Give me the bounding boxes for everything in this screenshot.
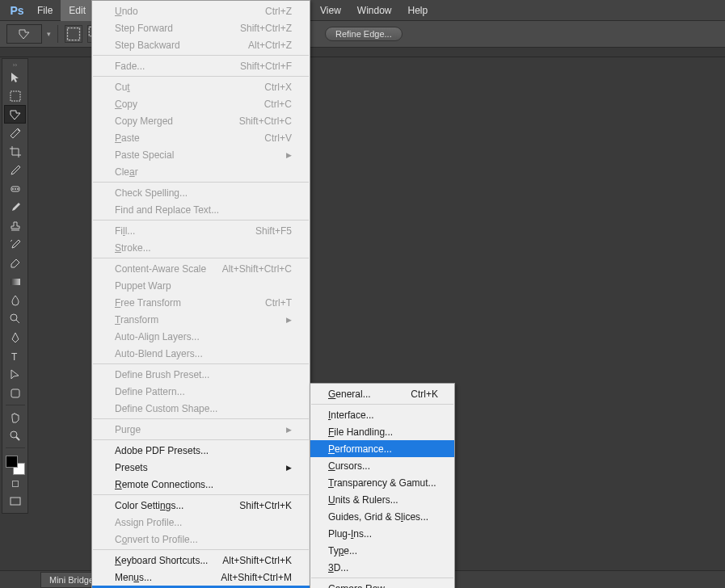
- heal-tool[interactable]: [4, 179, 26, 198]
- edit-menu-item: Define Brush Preset...: [92, 366, 310, 383]
- menu-edit[interactable]: Edit: [61, 0, 94, 21]
- edit-menu-item[interactable]: Remote Connections...: [92, 476, 310, 493]
- preferences-item[interactable]: General...Ctrl+K: [310, 385, 454, 402]
- edit-menu-dropdown: UndoCtrl+ZStep ForwardShift+Ctrl+ZStep B…: [91, 0, 310, 588]
- preferences-item[interactable]: File Handling...: [310, 423, 454, 440]
- edit-menu-item: Define Custom Shape...: [92, 400, 310, 417]
- svg-rect-0: [68, 28, 80, 40]
- svg-point-6: [12, 188, 14, 190]
- type-tool[interactable]: T: [4, 346, 26, 365]
- edit-menu-item: Copy MergedShift+Ctrl+C: [92, 112, 310, 129]
- svg-point-4: [18, 129, 19, 131]
- preferences-item[interactable]: Type...: [310, 542, 454, 559]
- tools-panel: ›› T: [2, 58, 28, 514]
- preferences-item[interactable]: Transparency & Gamut...: [310, 474, 454, 491]
- gradient-tool[interactable]: [4, 272, 26, 291]
- quick-mask-toggle[interactable]: [4, 476, 26, 492]
- edit-menu-item: Puppet Warp: [92, 277, 310, 294]
- foreground-swatch[interactable]: [6, 456, 18, 468]
- preferences-item[interactable]: Guides, Grid & Slices...: [310, 508, 454, 525]
- lasso-tool[interactable]: [4, 105, 26, 124]
- refine-edge-button[interactable]: Refine Edge...: [325, 27, 403, 41]
- edit-menu-item: Transform▶: [92, 311, 310, 328]
- edit-menu-item: Stroke...: [92, 239, 310, 256]
- edit-menu-item: Step ForwardShift+Ctrl+Z: [92, 19, 310, 36]
- edit-menu-item: Check Spelling...: [92, 184, 310, 201]
- svg-point-7: [15, 188, 16, 190]
- wand-tool[interactable]: [4, 124, 26, 142]
- edit-menu-item: Free TransformCtrl+T: [92, 294, 310, 311]
- edit-menu-item: Assign Profile...: [92, 514, 310, 531]
- stamp-tool[interactable]: [4, 216, 26, 235]
- submenu-arrow-icon: ▶: [286, 316, 292, 324]
- submenu-arrow-icon: ▶: [286, 426, 292, 434]
- menu-window[interactable]: Window: [349, 0, 400, 21]
- svg-rect-12: [11, 389, 19, 397]
- edit-menu-item[interactable]: Keyboard Shortcuts...Alt+Shift+Ctrl+K: [92, 552, 310, 569]
- preferences-item[interactable]: Performance...: [310, 440, 454, 457]
- eraser-tool[interactable]: [4, 254, 26, 272]
- edit-menu-item: Fade...Shift+Ctrl+F: [92, 57, 310, 74]
- svg-rect-3: [11, 91, 20, 101]
- eyedropper-tool[interactable]: [4, 161, 26, 179]
- zoom-tool[interactable]: [4, 426, 26, 445]
- menu-help[interactable]: Help: [400, 0, 436, 21]
- history-brush-tool[interactable]: [4, 235, 26, 254]
- edit-menu-item: PasteCtrl+V: [92, 129, 310, 146]
- tool-preset-picker[interactable]: [6, 24, 42, 44]
- color-swatches[interactable]: [4, 454, 26, 476]
- svg-rect-9: [11, 279, 20, 285]
- svg-point-10: [11, 314, 17, 321]
- edit-menu-item: Auto-Blend Layers...: [92, 345, 310, 362]
- edit-menu-item: UndoCtrl+Z: [92, 2, 310, 19]
- edit-menu-item: Auto-Align Layers...: [92, 328, 310, 345]
- preferences-item[interactable]: Camera Raw...: [310, 580, 454, 588]
- preferences-item[interactable]: Cursors...: [310, 457, 454, 474]
- submenu-arrow-icon: ▶: [286, 464, 292, 472]
- crop-tool[interactable]: [4, 142, 26, 161]
- shape-tool[interactable]: [4, 384, 26, 402]
- edit-menu-item: Step BackwardAlt+Ctrl+Z: [92, 36, 310, 53]
- dodge-tool[interactable]: [4, 309, 26, 328]
- svg-text:T: T: [11, 351, 18, 363]
- collapse-toggle[interactable]: ››: [13, 61, 17, 68]
- edit-menu-item: CopyCtrl+C: [92, 95, 310, 112]
- edit-menu-item: Convert to Profile...: [92, 531, 310, 548]
- edit-menu-item[interactable]: Presets▶: [92, 459, 310, 476]
- svg-point-13: [11, 431, 17, 438]
- svg-point-8: [17, 188, 19, 190]
- pen-tool[interactable]: [4, 328, 26, 346]
- edit-menu-item: Define Pattern...: [92, 383, 310, 400]
- screen-mode[interactable]: [4, 492, 26, 510]
- edit-menu-item[interactable]: Menus...Alt+Shift+Ctrl+M: [92, 569, 310, 586]
- submenu-arrow-icon: ▶: [286, 151, 292, 159]
- edit-menu-item: Find and Replace Text...: [92, 201, 310, 218]
- edit-menu-item: Fill...Shift+F5: [92, 222, 310, 239]
- app-logo: Ps: [5, 2, 29, 19]
- hand-tool[interactable]: [4, 408, 26, 426]
- preferences-item[interactable]: Plug-Ins...: [310, 525, 454, 542]
- menu-view[interactable]: View: [312, 0, 349, 21]
- move-tool[interactable]: [4, 68, 26, 86]
- brush-tool[interactable]: [4, 198, 26, 216]
- edit-menu-item: Content-Aware ScaleAlt+Shift+Ctrl+C: [92, 260, 310, 277]
- svg-rect-14: [11, 498, 20, 505]
- path-select-tool[interactable]: [4, 365, 26, 384]
- preferences-item[interactable]: 3D...: [310, 559, 454, 576]
- preferences-item[interactable]: Units & Rulers...: [310, 491, 454, 508]
- edit-menu-item: Paste Special▶: [92, 146, 310, 163]
- blur-tool[interactable]: [4, 291, 26, 309]
- edit-menu-item: Clear: [92, 163, 310, 180]
- edit-menu-item: CutCtrl+X: [92, 78, 310, 95]
- edit-menu-item[interactable]: Adobe PDF Presets...: [92, 442, 310, 459]
- preferences-submenu: General...Ctrl+KInterface...File Handlin…: [310, 383, 455, 588]
- menu-file[interactable]: File: [29, 0, 61, 21]
- preferences-item[interactable]: Interface...: [310, 406, 454, 423]
- selection-new-icon[interactable]: [65, 25, 82, 43]
- marquee-tool[interactable]: [4, 86, 26, 105]
- edit-menu-item[interactable]: Color Settings...Shift+Ctrl+K: [92, 497, 310, 514]
- edit-menu-item: Purge▶: [92, 421, 310, 438]
